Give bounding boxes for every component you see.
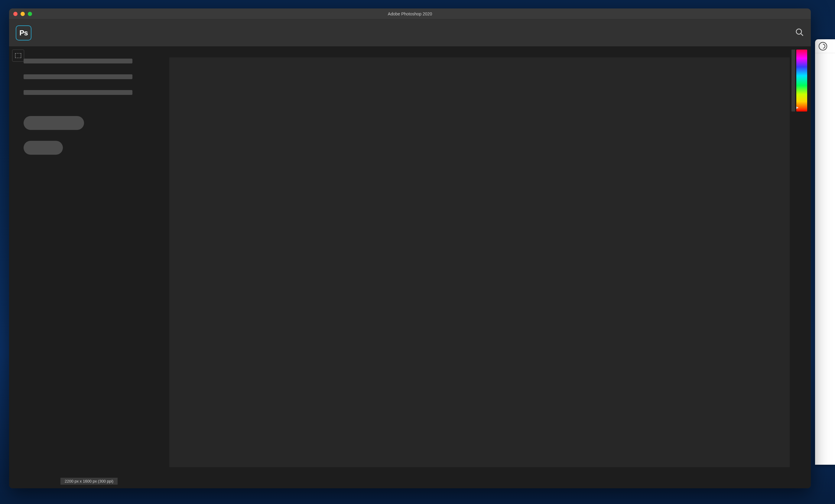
svg-point-0 xyxy=(796,29,802,34)
search-icon xyxy=(795,28,804,37)
titlebar-title: Adobe Photoshop 2020 xyxy=(9,12,811,16)
expand-panel-icon[interactable]: ▶ xyxy=(796,106,799,109)
skeleton-line xyxy=(24,59,133,63)
skeleton-line xyxy=(24,74,133,79)
hue-strip-icon[interactable] xyxy=(796,49,807,111)
recent-preview-area[interactable] xyxy=(169,57,790,467)
search-button[interactable] xyxy=(795,28,804,38)
panel-rail[interactable] xyxy=(792,49,795,111)
background-app-icon xyxy=(819,42,827,50)
skeleton-line xyxy=(24,90,133,95)
sidebar-skeleton xyxy=(24,59,133,155)
collapsed-color-panel[interactable] xyxy=(792,49,807,111)
skeleton-button xyxy=(24,116,84,130)
ps-logo[interactable]: Ps xyxy=(16,25,32,41)
topbar: Ps xyxy=(9,19,811,46)
home-screen: ▶ 2200 px x 1600 px (300 ppi) xyxy=(9,46,811,488)
svg-line-1 xyxy=(801,34,803,36)
background-window xyxy=(815,39,835,465)
photoshop-window: Adobe Photoshop 2020 Ps ▶ xyxy=(9,8,811,488)
rectangular-marquee-icon xyxy=(15,53,21,58)
document-dimensions-label: 2200 px x 1600 px (300 ppi) xyxy=(60,478,118,485)
titlebar[interactable]: Adobe Photoshop 2020 xyxy=(9,8,811,19)
skeleton-button xyxy=(24,141,63,155)
background-window-titlebar xyxy=(815,39,835,53)
rectangular-marquee-tool[interactable] xyxy=(12,49,24,62)
